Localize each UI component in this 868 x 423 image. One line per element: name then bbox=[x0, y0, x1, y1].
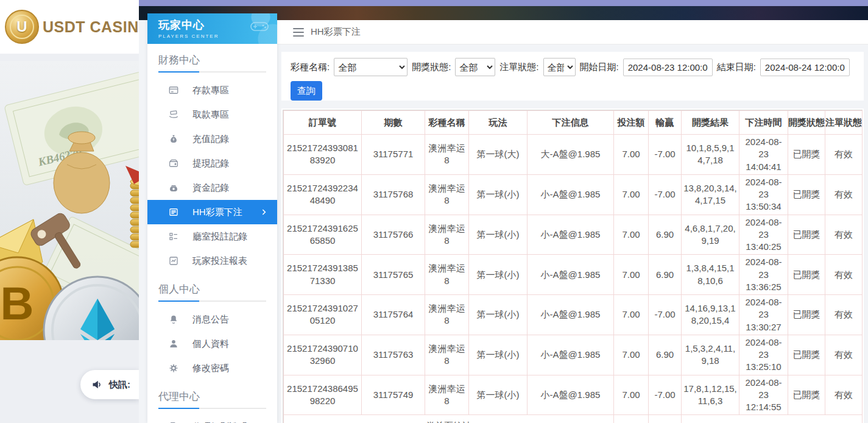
sidebar-item-label: 廳室投註記錄 bbox=[192, 231, 247, 243]
table-cell: 2152172439223448490 bbox=[284, 174, 362, 215]
brand-logo[interactable]: U USDT CASINO bbox=[0, 0, 139, 54]
table-cell: 6.90 bbox=[649, 335, 682, 375]
section-underline bbox=[158, 300, 266, 302]
table-cell: 2152172438649598220 bbox=[284, 375, 362, 415]
sidebar-item-report[interactable]: 玩家投注報表 bbox=[147, 249, 277, 273]
sidebar-header: 玩家中心 PLAYERS CENTER bbox=[147, 13, 277, 44]
table-cell: 7.00 bbox=[614, 215, 649, 255]
sidebar-item-gear[interactable]: 修改密碼 bbox=[147, 356, 277, 380]
table-cell: 澳洲幸运8 bbox=[425, 295, 469, 335]
sidebar-item-label: 取款專區 bbox=[192, 109, 229, 121]
table-cell: 已開獎 bbox=[788, 135, 825, 175]
table-cell: 澳洲幸运8 bbox=[425, 255, 469, 295]
table-cell: 10,1,8,5,9,14,7,18 bbox=[682, 135, 739, 175]
table-row: 215217243913857133031175765澳洲幸运8第一球(小)小-… bbox=[284, 255, 863, 295]
table-cell: 2024-08-23 13:30:27 bbox=[739, 295, 788, 335]
table-cell: 7.00 bbox=[614, 174, 649, 215]
sidebar-item-deposit[interactable]: 存款專區 bbox=[147, 78, 277, 102]
menu-icon[interactable] bbox=[293, 28, 304, 37]
end-date-input[interactable] bbox=[760, 59, 850, 76]
bets-table: 訂單號期數彩種名稱玩法下注信息投注額輸贏開獎結果下注時間開獎狀態注單狀態 215… bbox=[283, 110, 863, 423]
table-cell: 2024-08-23 13:25:10 bbox=[739, 335, 788, 375]
table-cell: 澳洲幸运8 bbox=[425, 174, 469, 215]
table-cell: 小-A盤@1.985 bbox=[528, 255, 614, 295]
column-header: 輸贏 bbox=[649, 111, 682, 135]
table-cell: 31175763 bbox=[362, 335, 425, 375]
order-status-select[interactable]: 全部 bbox=[543, 58, 576, 76]
sidebar-item-label: 消息公告 bbox=[192, 314, 229, 325]
table-cell: 4,6,8,1,7,20,9,19 bbox=[682, 215, 739, 255]
sidebar-item-lottery-bet[interactable]: HH彩票下注 bbox=[147, 200, 277, 224]
table-cell: 小-A盤@1.985 bbox=[528, 375, 614, 415]
table-cell: 有效 bbox=[825, 135, 863, 175]
sidebar-item-bell[interactable]: 消息公告 bbox=[147, 307, 277, 332]
table-cell: 已開獎 bbox=[788, 375, 825, 415]
table-cell: 2152172439162565850 bbox=[284, 215, 362, 255]
table-cell: 有效 bbox=[825, 174, 863, 215]
table-cell: 已開獎 bbox=[788, 174, 825, 215]
content-topbar: HH彩票下注 bbox=[277, 20, 868, 44]
table-cell: 1,5,3,2,4,11,9,18 bbox=[682, 335, 739, 375]
table-cell: 31175771 bbox=[362, 135, 425, 175]
sidebar-item-room-record[interactable]: 廳室投註記錄 bbox=[147, 224, 277, 249]
sidebar-item-document[interactable]: 代理規則說明 bbox=[147, 414, 277, 423]
search-button[interactable]: 查詢 bbox=[291, 81, 322, 101]
start-date-input[interactable] bbox=[623, 59, 713, 76]
table-cell: 2024-08-23 13:40:25 bbox=[739, 215, 788, 255]
logo-letter: U bbox=[10, 15, 34, 39]
brand-name: USDT CASINO bbox=[43, 18, 151, 36]
main-area: HH彩票下注 玩家中心 PLAYERS CENTER 財務中心存款專區取款專區充… bbox=[139, 0, 868, 423]
table-cell: 7.00 bbox=[614, 375, 649, 415]
lottery-bet-icon bbox=[168, 207, 179, 218]
sidebar-item-wallet[interactable]: 提現記錄 bbox=[147, 151, 277, 176]
page-total-row: 當前頁統計49.00-7.30 bbox=[284, 415, 863, 423]
coin-stack-image bbox=[125, 166, 139, 247]
sidebar-item-moneybag[interactable]: 充值記錄 bbox=[147, 127, 277, 151]
column-header: 下注信息 bbox=[528, 111, 614, 135]
sidebar-item-withdraw[interactable]: 取款專區 bbox=[147, 102, 277, 127]
table-cell: 2024-08-23 13:36:25 bbox=[739, 255, 788, 295]
table-cell: 第一球(小) bbox=[469, 174, 528, 215]
sidebar-item-purse[interactable]: 資金記錄 bbox=[147, 176, 277, 200]
chevron-right-icon bbox=[259, 207, 269, 217]
table-cell: 7.00 bbox=[614, 135, 649, 175]
table-cell: 有效 bbox=[825, 295, 863, 335]
column-header: 開獎狀態 bbox=[788, 111, 825, 135]
table-cell: 大-A盤@1.985 bbox=[528, 135, 614, 175]
table-cell: 2024-08-23 14:04:41 bbox=[739, 135, 788, 175]
table-cell: 有效 bbox=[825, 335, 863, 375]
table-cell: 小-A盤@1.985 bbox=[528, 335, 614, 375]
table-row: 215217243864959822031175749澳洲幸运8第一球(小)小-… bbox=[284, 375, 863, 415]
sidebar-item-user[interactable]: 個人資料 bbox=[147, 332, 277, 356]
lottery-select[interactable]: 全部 bbox=[334, 58, 408, 76]
table-cell: 已開獎 bbox=[788, 335, 825, 375]
sidebar-subtitle: PLAYERS CENTER bbox=[158, 34, 277, 39]
section-label: 代理中心 bbox=[158, 389, 266, 403]
total-label: 當前頁統計 bbox=[284, 415, 614, 423]
table-cell: 31175764 bbox=[362, 295, 425, 335]
table-cell: 第一球(小) bbox=[469, 295, 528, 335]
purse-icon bbox=[168, 182, 179, 193]
table-cell: 有效 bbox=[825, 215, 863, 255]
table-cell: 第一球(小) bbox=[469, 375, 528, 415]
order-status-label: 注單狀態: bbox=[499, 62, 538, 73]
table-cell: 31175766 bbox=[362, 215, 425, 255]
table-cell: 第一球(大) bbox=[469, 135, 528, 175]
table-cell: 13,8,20,3,14,4,17,15 bbox=[682, 174, 739, 215]
table-cell: 已開獎 bbox=[788, 215, 825, 255]
table-cell: 已開獎 bbox=[788, 295, 825, 335]
sidebar-item-label: HH彩票下注 bbox=[192, 207, 242, 218]
news-ticker[interactable]: 快訊: bbox=[80, 370, 139, 399]
table-cell: -7.00 bbox=[649, 375, 682, 415]
table-cell: 2152172439138571330 bbox=[284, 255, 362, 295]
draw-status-select[interactable]: 全部 bbox=[455, 58, 495, 76]
table-cell: 14,16,9,13,18,20,15,4 bbox=[682, 295, 739, 335]
table-row: 215217243922344849031175768澳洲幸运8第一球(小)小-… bbox=[284, 174, 863, 215]
promo-image: KB46279 bbox=[0, 61, 139, 340]
table-cell: 小-A盤@1.985 bbox=[528, 215, 614, 255]
table-header-row: 訂單號期數彩種名稱玩法下注信息投注額輸贏開獎結果下注時間開獎狀態注單狀態 bbox=[284, 111, 863, 135]
table-cell: 31175765 bbox=[362, 255, 425, 295]
table-cell: 7.00 bbox=[614, 295, 649, 335]
svg-text:B: B bbox=[1, 277, 34, 329]
table-row: 215217243916256585031175766澳洲幸运8第一球(小)小-… bbox=[284, 215, 863, 255]
